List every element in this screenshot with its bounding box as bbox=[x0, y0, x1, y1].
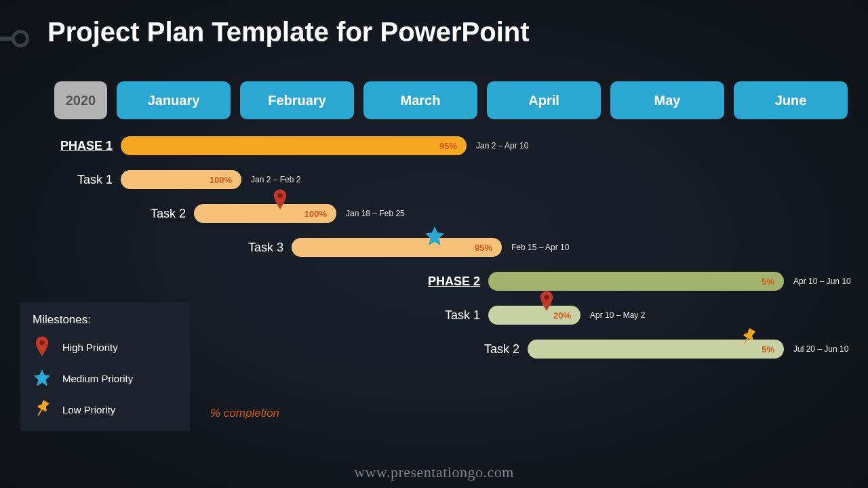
gantt-row: Task 2100%Jan 18 – Feb 25 bbox=[194, 202, 405, 225]
phase-label: PHASE 1 bbox=[60, 139, 113, 153]
percent-label: 5% bbox=[762, 277, 774, 287]
date-range: Jan 2 – Apr 10 bbox=[476, 141, 528, 150]
month-pill: April bbox=[487, 81, 601, 119]
pin-icon bbox=[539, 291, 554, 315]
legend-item: Low Priority bbox=[33, 399, 178, 420]
gantt-row: Task 120%Apr 10 – May 2 bbox=[488, 304, 645, 327]
month-pill: February bbox=[240, 81, 354, 119]
svg-point-3 bbox=[39, 340, 44, 345]
task-label: Task 3 bbox=[248, 241, 283, 255]
month-pill: June bbox=[734, 81, 848, 119]
svg-rect-4 bbox=[38, 409, 43, 415]
slide-title: Project Plan Template for PowerPoint bbox=[47, 17, 530, 47]
task-label: Task 2 bbox=[484, 342, 519, 357]
svg-rect-2 bbox=[743, 338, 748, 345]
percent-label: 20% bbox=[553, 310, 571, 321]
date-range: Jan 2 – Feb 2 bbox=[251, 175, 300, 184]
date-range: Jul 20 – Jun 10 bbox=[793, 344, 848, 354]
month-pill: March bbox=[363, 81, 477, 119]
legend-item: Medium Priority bbox=[33, 367, 178, 389]
legend-label: Low Priority bbox=[62, 404, 115, 415]
gantt-row: Task 395%Feb 15 – Apr 10 bbox=[292, 236, 569, 259]
month-header: 2020 January February March April May Ju… bbox=[54, 81, 848, 119]
date-range: Feb 15 – Apr 10 bbox=[511, 243, 569, 252]
tack-icon bbox=[33, 399, 52, 420]
year-pill: 2020 bbox=[54, 81, 107, 119]
legend-item: High Priority bbox=[33, 336, 178, 358]
pin-icon bbox=[33, 336, 52, 358]
month-pill: January bbox=[117, 81, 231, 119]
date-range: Apr 10 – Jun 10 bbox=[793, 277, 851, 286]
date-range: Apr 10 – May 2 bbox=[590, 310, 645, 320]
phase-label: PHASE 2 bbox=[428, 274, 480, 289]
percent-label: 100% bbox=[210, 175, 232, 185]
tack-icon bbox=[738, 327, 758, 352]
gantt-bar: 100% bbox=[194, 204, 336, 223]
task-label: Task 2 bbox=[151, 207, 186, 221]
percent-label: 95% bbox=[475, 243, 492, 253]
task-label: Task 1 bbox=[77, 173, 113, 187]
gantt-row: Task 1100%Jan 2 – Feb 2 bbox=[121, 168, 300, 191]
gantt-bar: 100% bbox=[121, 170, 241, 189]
task-label: Task 1 bbox=[445, 308, 480, 323]
legend-label: Medium Priority bbox=[62, 373, 133, 384]
percent-label: 100% bbox=[304, 209, 327, 219]
star-icon bbox=[33, 367, 52, 389]
footer-url: www.presentationgo.com bbox=[0, 464, 868, 481]
svg-point-1 bbox=[544, 295, 549, 300]
date-range: Jan 18 – Feb 25 bbox=[346, 209, 405, 218]
gantt-bar: 20% bbox=[488, 306, 580, 325]
gantt-bar: 5% bbox=[528, 340, 784, 359]
pin-icon bbox=[273, 189, 288, 214]
legend-label: High Priority bbox=[62, 342, 118, 353]
svg-point-0 bbox=[277, 193, 282, 198]
title-decoration bbox=[0, 30, 29, 47]
gantt-bar: 95% bbox=[121, 136, 467, 155]
gantt-row: Task 25%Jul 20 – Jun 10 bbox=[528, 338, 848, 361]
month-pill: May bbox=[610, 81, 724, 119]
gantt-bar: 95% bbox=[292, 238, 502, 257]
legend-panel: Milestones: High Priority Medium Priorit… bbox=[20, 302, 190, 431]
percent-label: 5% bbox=[762, 344, 774, 354]
percent-label: 95% bbox=[439, 141, 457, 151]
gantt-row: PHASE 25%Apr 10 – Jun 10 bbox=[488, 270, 851, 293]
star-icon bbox=[424, 226, 446, 250]
gantt-row: PHASE 195%Jan 2 – Apr 10 bbox=[121, 134, 528, 157]
gantt-bar: 5% bbox=[488, 272, 784, 291]
completion-note: % completion bbox=[210, 407, 279, 420]
legend-title: Milestones: bbox=[33, 313, 178, 327]
